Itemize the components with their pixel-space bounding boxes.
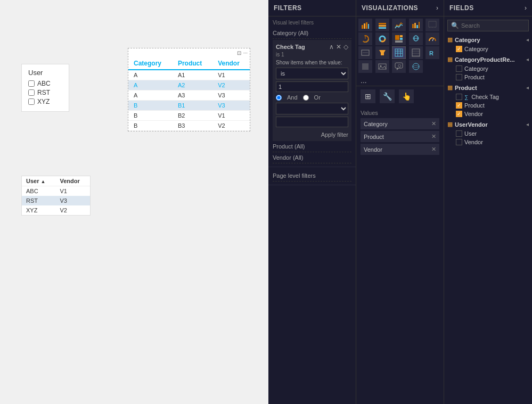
filter-item-product[interactable]: Product (All) [273,141,351,152]
field-item-uservendor-vendor[interactable]: Vendor [444,138,532,146]
viz-icon-scatter[interactable] [425,19,439,31]
svg-marker-29 [379,50,386,55]
field-checkbox-product-prod[interactable]: ✓ [456,102,462,109]
filter-checktag-desc: Show items when the value: [276,60,348,65]
viz-panel-arrow[interactable]: › [436,4,438,12]
field-item-product-checktag[interactable]: ∑ Check Tag [444,93,532,101]
group-arrow-uservendor[interactable]: ◂ [526,121,529,127]
filter-eraser-icon[interactable]: ◇ [343,43,348,51]
group-name-uservendor: UserVendor [455,121,488,128]
table-expand-icon[interactable]: ⊡ [237,50,241,56]
fields-search-input[interactable] [461,22,525,29]
fields-panel-arrow[interactable]: › [525,4,527,12]
table-more-icon[interactable]: ··· [243,50,248,56]
svg-rect-2 [366,22,367,29]
slicer-checkbox-rst[interactable] [28,89,35,96]
filter-second-input[interactable] [276,117,348,127]
field-name-catprodre-cat: Category [464,65,488,72]
slicer-label-rst: RST [37,89,50,96]
field-group-uservendor-header[interactable]: ▦ UserVendor ◂ [444,119,532,129]
viz-icon-matrix[interactable] [409,46,423,59]
field-group-catprodre-header[interactable]: ▦ CategoryProductRe... ◂ [444,54,532,64]
slicer-checkbox-abc[interactable] [28,80,35,87]
col-product[interactable]: Product [173,57,212,70]
filter-item-vendor[interactable]: Vendor (All) [273,152,351,163]
viz-icon-qna[interactable]: Q [392,60,406,73]
value-row-vendor[interactable]: Vendor ✕ [361,144,439,155]
slicer-item-rst[interactable]: RST [28,89,62,96]
filter-second-select[interactable]: is [276,103,348,114]
viz-tool-analytics[interactable]: 👆 [399,89,414,103]
field-name-product-prod: Product [464,102,485,109]
filter-collapse-icon[interactable]: ∧ [329,43,334,51]
viz-icon-column[interactable] [375,19,389,31]
uv-col-user[interactable]: User [22,176,55,186]
field-checkbox-product-checktag[interactable] [456,94,462,100]
viz-icon-bar[interactable] [358,19,372,31]
filter-item-category[interactable]: Category (All) [273,28,351,39]
group-arrow-product[interactable]: ◂ [526,85,529,90]
field-item-product-vendor[interactable]: ✓ Vendor [444,110,532,118]
col-vendor[interactable]: Vendor [212,57,250,70]
viz-icon-globe[interactable] [409,60,423,73]
apply-filter-button[interactable]: Apply filter [321,131,348,138]
value-remove-category[interactable]: ✕ [431,120,436,127]
svg-point-46 [413,63,419,70]
field-group-product-header[interactable]: ▦ Product ◂ [444,83,532,93]
field-item-product-prod[interactable]: ✓ Product [444,101,532,110]
field-item-uservendor-user[interactable]: User [444,129,532,138]
filter-or-radio[interactable] [303,95,309,101]
field-checkbox-category-cat[interactable]: ✓ [456,46,462,52]
uv-col-vendor[interactable]: Vendor [55,176,90,186]
filter-or-label: Or [314,94,321,101]
field-checkbox-uservendor-user[interactable] [456,130,462,137]
viz-icon-funnel[interactable] [375,46,389,59]
field-group-category-header[interactable]: ▦ Category ◂ [444,35,532,45]
value-row-category[interactable]: Category ✕ [361,118,439,129]
viz-icon-pie[interactable] [358,32,372,45]
filter-checktag-title: Check Tag [276,44,305,50]
field-group-category: ▦ Category ◂ ✓ Category [444,35,532,53]
filter-and-radio[interactable] [276,95,282,101]
viz-icon-line[interactable] [409,19,423,31]
viz-icon-treemap[interactable] [392,32,406,45]
viz-icon-map[interactable] [409,32,423,45]
field-item-catprodre-cat[interactable]: Category [444,64,532,73]
viz-tool-fields[interactable]: ⊞ [361,89,375,103]
viz-icon-donut[interactable] [375,32,389,45]
group-arrow-catprodre[interactable]: ◂ [526,56,529,62]
viz-icon-shape[interactable] [358,60,372,73]
filter-visual-section: Visual level filters Category (All) Chec… [268,17,356,167]
slicer-label-abc: ABC [37,80,51,87]
slicer-checkbox-xyz[interactable] [28,98,35,105]
viz-icon-card[interactable] [358,46,372,59]
table-row: AA1V1 [128,70,250,80]
slicer-item-xyz[interactable]: XYZ [28,98,62,105]
value-row-product[interactable]: Product ✕ [361,131,439,142]
fields-search-box[interactable]: 🔍 [447,20,529,31]
value-remove-product[interactable]: ✕ [431,133,436,140]
svg-marker-44 [397,68,399,70]
field-checkbox-product-vendor[interactable]: ✓ [456,111,462,117]
viz-icon-table[interactable] [392,46,406,59]
slicer-item-abc[interactable]: ABC [28,80,62,87]
viz-more-dots[interactable]: ... [356,75,444,86]
viz-icon-area[interactable] [392,19,406,31]
col-category[interactable]: Category [128,57,173,70]
value-remove-vendor[interactable]: ✕ [431,146,436,153]
viz-icon-image[interactable] [375,60,389,73]
field-checkbox-catprodre-prod[interactable] [456,74,462,80]
viz-icon-gauge[interactable] [425,32,439,45]
viz-tool-format[interactable]: 🔧 [380,89,395,103]
filter-page-level[interactable]: Page level filters [273,170,351,182]
field-item-catprodre-prod[interactable]: Product [444,73,532,81]
field-checkbox-catprodre-cat[interactable] [456,65,462,72]
filter-condition-select[interactable]: is is not is less than is greater than [276,68,348,79]
viz-icon-r-visual[interactable]: R [425,46,439,59]
filter-close-icon[interactable]: ✕ [336,43,341,51]
field-checkbox-uservendor-vendor[interactable] [456,139,462,145]
svg-rect-22 [395,40,403,43]
field-item-category-cat[interactable]: ✓ Category [444,45,532,53]
group-arrow-category[interactable]: ◂ [526,37,529,43]
filter-value-input[interactable] [276,81,348,92]
